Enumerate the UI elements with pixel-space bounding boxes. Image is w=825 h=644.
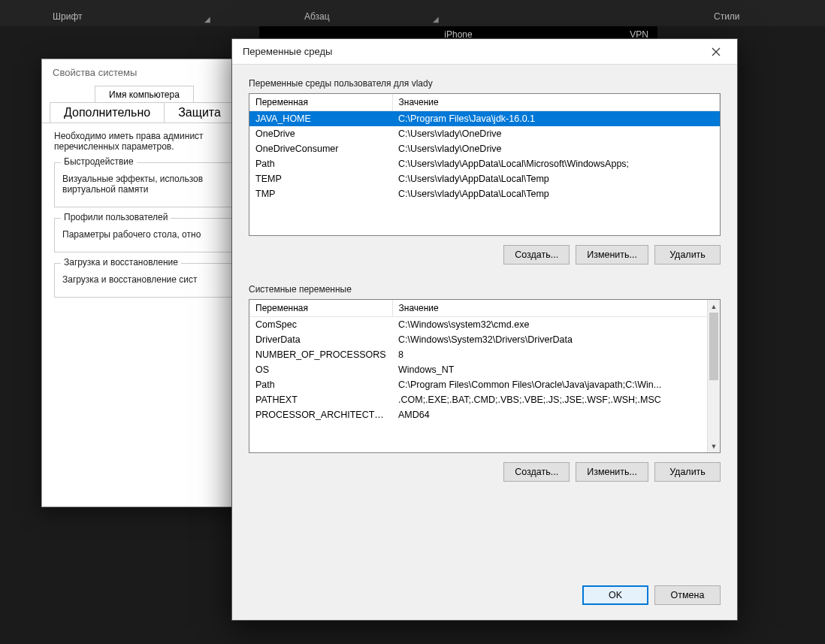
env-title: Переменные среды <box>243 46 332 57</box>
table-row[interactable]: OneDriveC:\Users\vlady\OneDrive <box>249 126 720 141</box>
var-value: C:\Users\vlady\OneDrive <box>392 126 720 141</box>
sys-scrollbar[interactable]: ▲ ▼ <box>707 300 720 452</box>
env-titlebar: Переменные среды <box>232 39 737 65</box>
sys-vars-table[interactable]: Переменная Значение ComSpecC:\Windows\sy… <box>249 300 720 422</box>
tab-advanced[interactable]: Дополнительно <box>50 102 165 122</box>
close-icon <box>712 47 721 56</box>
var-name: NUMBER_OF_PROCESSORS <box>249 347 392 362</box>
sys-col-value[interactable]: Значение <box>392 300 720 317</box>
var-value: C:\Windows\system32\cmd.exe <box>392 317 720 333</box>
table-row[interactable]: PROCESSOR_ARCHITECTU...AMD64 <box>249 407 720 422</box>
close-button[interactable] <box>700 41 733 62</box>
var-name: Path <box>249 156 392 171</box>
var-name: PATHEXT <box>249 392 392 407</box>
user-new-button[interactable]: Создать... <box>503 245 570 265</box>
var-value: Windows_NT <box>392 362 720 377</box>
var-name: DriverData <box>249 332 392 347</box>
var-value: C:\Program Files\Java\jdk-16.0.1 <box>392 111 720 127</box>
table-row[interactable]: PathC:\Users\vlady\AppData\Local\Microso… <box>249 156 720 171</box>
var-name: TEMP <box>249 171 392 186</box>
user-vars-table[interactable]: Переменная Значение JAVA_HOMEC:\Program … <box>249 94 720 201</box>
sys-col-variable[interactable]: Переменная <box>249 300 392 317</box>
user-vars-table-wrap: Переменная Значение JAVA_HOMEC:\Program … <box>249 93 721 236</box>
scroll-down-icon[interactable]: ▼ <box>708 440 720 452</box>
ribbon-group-styles[interactable]: Стили <box>714 11 740 22</box>
sys-edit-button[interactable]: Изменить... <box>576 462 648 482</box>
var-name: OneDriveConsumer <box>249 141 392 156</box>
var-value: C:\Windows\System32\Drivers\DriverData <box>392 332 720 347</box>
var-value: C:\Program Files\Common Files\Oracle\Jav… <box>392 377 720 392</box>
user-edit-button[interactable]: Изменить... <box>576 245 648 265</box>
scroll-up-icon[interactable]: ▲ <box>708 300 720 313</box>
font-expand-icon[interactable]: ◢ <box>204 15 210 23</box>
table-row[interactable]: OneDriveConsumerC:\Users\vlady\OneDrive <box>249 141 720 156</box>
var-value: C:\Users\vlady\AppData\Local\Microsoft\W… <box>392 156 720 171</box>
user-col-variable[interactable]: Переменная <box>249 94 392 111</box>
ribbon-group-paragraph[interactable]: Абзац <box>304 11 330 22</box>
table-row[interactable]: NUMBER_OF_PROCESSORS8 <box>249 347 720 362</box>
user-delete-button[interactable]: Удалить <box>654 245 721 265</box>
var-name: OneDrive <box>249 126 392 141</box>
var-name: OS <box>249 362 392 377</box>
startup-legend: Загрузка и восстановление <box>61 257 181 268</box>
var-value: .COM;.EXE;.BAT;.CMD;.VBS;.VBE;.JS;.JSE;.… <box>392 392 720 407</box>
table-row[interactable]: TEMPC:\Users\vlady\AppData\Local\Temp <box>249 171 720 186</box>
table-row[interactable]: TMPC:\Users\vlady\AppData\Local\Temp <box>249 186 720 201</box>
environment-variables-dialog: Переменные среды Переменные среды пользо… <box>231 38 738 621</box>
performance-legend: Быстродействие <box>61 156 137 167</box>
ribbon-group-font[interactable]: Шрифт <box>53 11 82 22</box>
table-row[interactable]: ComSpecC:\Windows\system32\cmd.exe <box>249 317 720 333</box>
table-row[interactable]: JAVA_HOMEC:\Program Files\Java\jdk-16.0.… <box>249 111 720 127</box>
ok-button[interactable]: OK <box>582 585 648 605</box>
var-name: TMP <box>249 186 392 201</box>
var-name: PROCESSOR_ARCHITECTU... <box>249 407 392 422</box>
user-vars-label: Переменные среды пользователя для vlady <box>232 65 737 93</box>
scroll-thumb[interactable] <box>709 313 718 380</box>
table-row[interactable]: DriverDataC:\Windows\System32\Drivers\Dr… <box>249 332 720 347</box>
var-name: ComSpec <box>249 317 392 333</box>
var-value: AMD64 <box>392 407 720 422</box>
cancel-button[interactable]: Отмена <box>654 585 721 605</box>
var-name: Path <box>249 377 392 392</box>
table-row[interactable]: PATHEXT.COM;.EXE;.BAT;.CMD;.VBS;.VBE;.JS… <box>249 392 720 407</box>
table-row[interactable]: OSWindows_NT <box>249 362 720 377</box>
tab-computer-name[interactable]: Имя компьютера <box>95 86 194 103</box>
var-value: 8 <box>392 347 720 362</box>
user-col-value[interactable]: Значение <box>392 94 720 111</box>
profiles-legend: Профили пользователей <box>61 212 171 222</box>
var-value: C:\Users\vlady\AppData\Local\Temp <box>392 171 720 186</box>
tab-protection[interactable]: Защита <box>164 102 235 122</box>
sys-vars-table-wrap: Переменная Значение ComSpecC:\Windows\sy… <box>249 299 721 453</box>
sys-delete-button[interactable]: Удалить <box>654 462 721 482</box>
table-row[interactable]: PathC:\Program Files\Common Files\Oracle… <box>249 377 720 392</box>
paragraph-expand-icon[interactable]: ◢ <box>433 15 439 23</box>
sys-vars-label: Системные переменные <box>232 265 737 299</box>
var-value: C:\Users\vlady\AppData\Local\Temp <box>392 186 720 201</box>
sys-new-button[interactable]: Создать... <box>503 462 570 482</box>
var-name: JAVA_HOME <box>249 111 392 127</box>
var-value: C:\Users\vlady\OneDrive <box>392 141 720 156</box>
ribbon: Шрифт ◢ Абзац ◢ Стили <box>0 0 825 26</box>
